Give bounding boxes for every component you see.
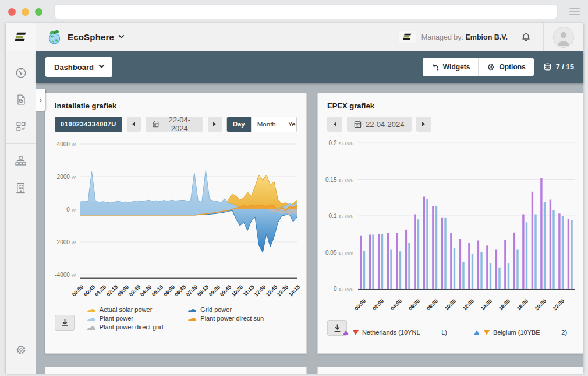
tab-month[interactable]: Month <box>251 117 282 132</box>
sidebar-item-dashboard[interactable] <box>6 59 36 86</box>
installation-controls: 0100234334007U <box>55 117 297 132</box>
tab-year[interactable]: Year <box>282 117 297 132</box>
triangle-up-icon <box>474 330 480 335</box>
navbar-right: Widgets Options <box>423 58 574 76</box>
triangle-up-icon <box>343 330 349 335</box>
chevron-down-icon <box>119 33 125 38</box>
sidebar-item-reports[interactable] <box>6 86 36 113</box>
close-window-button[interactable] <box>8 8 16 16</box>
dashboard-dropdown[interactable]: Dashboard <box>45 57 112 77</box>
header-divider <box>543 23 544 51</box>
navbar-button-group: Widgets Options <box>423 58 534 76</box>
sidebar-item-widgets[interactable] <box>6 113 36 140</box>
managed-by-label: Managed by: <box>421 33 463 41</box>
tab-day[interactable]: Day <box>227 117 251 132</box>
dashboard-content: › Installatie grafiek 0100234334007U <box>36 83 583 374</box>
widgets-label: Widgets <box>443 63 470 71</box>
prev-date-button[interactable] <box>327 117 342 132</box>
sidebar-item-buildings[interactable] <box>6 174 36 201</box>
epex-y-axis: 0.2 € / kWh0.15 € / kWh0.1 € / kWh0.05 €… <box>327 139 358 293</box>
epex-chart-area: 0.2 € / kWh0.15 € / kWh0.1 € / kWh0.05 €… <box>327 139 575 318</box>
triangle-down-icon <box>353 330 359 335</box>
maximize-window-button[interactable] <box>35 8 42 16</box>
arrow-left-icon <box>334 122 336 126</box>
epex-x-axis: 00:0002:0004:0006:0008:0010:0012:0014:00… <box>358 293 575 318</box>
epex-graph-widget: EPEX grafiek <box>317 93 583 354</box>
building-icon <box>14 181 27 195</box>
content-column: Dashboard Widgets <box>36 51 583 374</box>
epex-controls: 22-04-2024 <box>327 117 575 132</box>
widgets-grid-icon <box>15 120 27 133</box>
app-main: Dashboard Widgets <box>6 51 583 374</box>
gear-icon <box>487 63 495 71</box>
date-picker-button[interactable]: 22-04-2024 <box>146 117 203 132</box>
embion-mark-icon <box>15 32 27 42</box>
browser-menu-icon[interactable] <box>569 8 580 15</box>
sitemap-icon <box>14 154 27 168</box>
download-icon <box>333 324 342 332</box>
dashboard-label: Dashboard <box>54 63 94 72</box>
arrow-left-icon <box>132 122 135 126</box>
sidebar-item-settings[interactable] <box>6 336 36 363</box>
device-serial-badge[interactable]: 0100234334007U <box>55 117 122 132</box>
epex-chart <box>358 139 575 293</box>
installation-plot: 00:0000:4501:3002:1503:0003:4504:3005:15… <box>80 139 297 304</box>
prev-date-button[interactable] <box>127 117 141 132</box>
app-header: EcoSphere Managed by: Embion B.V. <box>6 23 583 51</box>
next-date-button[interactable] <box>416 117 431 132</box>
embion-mark-icon <box>403 33 412 41</box>
options-button[interactable]: Options <box>478 58 533 76</box>
widget-counter-value: 7 / 15 <box>556 63 574 71</box>
widgets-row: Installatie grafiek 0100234334007U <box>45 93 583 354</box>
widget-partial <box>45 367 307 374</box>
date-value: 22-04-2024 <box>366 120 405 129</box>
next-date-button[interactable] <box>208 117 222 132</box>
triangle-down-icon <box>484 330 490 335</box>
legend-item: Plant power <box>87 315 163 322</box>
widget-partial <box>317 367 583 374</box>
widgets-button[interactable]: Widgets <box>423 58 479 76</box>
widget-title: EPEX grafiek <box>327 101 575 110</box>
header-right: Managed by: Embion B.V. <box>399 23 583 51</box>
notifications-button[interactable] <box>520 31 532 43</box>
legend-item: Belgium (10YBE----------2) <box>474 329 567 336</box>
chevron-down-icon <box>98 62 104 68</box>
report-document-icon <box>15 93 27 107</box>
widget-counter: 7 / 15 <box>543 63 574 72</box>
managed-by-logo <box>399 31 416 43</box>
brand-name: EcoSphere <box>68 32 114 42</box>
arrow-right-icon <box>213 122 216 126</box>
gear-icon <box>15 343 27 356</box>
brand-dropdown[interactable]: EcoSphere <box>36 29 123 45</box>
legend-item: Grid power <box>187 306 264 313</box>
arrow-right-icon <box>422 122 425 126</box>
panel-expander[interactable]: › <box>36 89 45 111</box>
date-picker-button[interactable]: 22-04-2024 <box>347 117 412 132</box>
user-avatar[interactable] <box>553 27 574 48</box>
legend-item: Plant power direct grid <box>87 324 163 331</box>
options-label: Options <box>499 63 525 71</box>
area-marker-icon <box>187 315 197 322</box>
minimize-window-button[interactable] <box>22 8 29 16</box>
installation-x-axis: 00:0000:4501:3002:1503:0003:4504:3005:15… <box>80 279 297 304</box>
widgets-share-icon <box>431 63 439 71</box>
epex-legend: Netherlands (10YNL----------L)Belgium (1… <box>343 329 567 336</box>
ecosphere-globe-icon <box>47 29 62 45</box>
download-icon <box>61 318 69 327</box>
range-tabs: Day Month Year <box>226 117 297 132</box>
installation-graph-widget: Installatie grafiek 0100234334007U <box>45 93 307 354</box>
address-bar[interactable] <box>54 4 558 19</box>
installation-y-axis: 4000 W2000 W0 W-2000 W-4000 W <box>55 139 80 279</box>
installation-chart <box>80 139 297 279</box>
embion-logo[interactable] <box>6 23 36 51</box>
sidebar-item-sitemap[interactable] <box>6 147 36 174</box>
legend-item: Plant power direct sun <box>187 315 264 322</box>
legend-item: Netherlands (10YNL----------L) <box>343 329 447 336</box>
installation-chart-area: 4000 W2000 W0 W-2000 W-4000 W 00:0000:45… <box>55 139 297 304</box>
area-marker-icon <box>87 324 96 331</box>
window-frame: EcoSphere Managed by: Embion B.V. <box>0 23 588 376</box>
layers-stack-icon <box>543 63 552 72</box>
download-button[interactable] <box>55 315 75 331</box>
managed-by-text: Managed by: Embion B.V. <box>421 33 508 41</box>
date-value: 22-04-2024 <box>163 115 196 133</box>
